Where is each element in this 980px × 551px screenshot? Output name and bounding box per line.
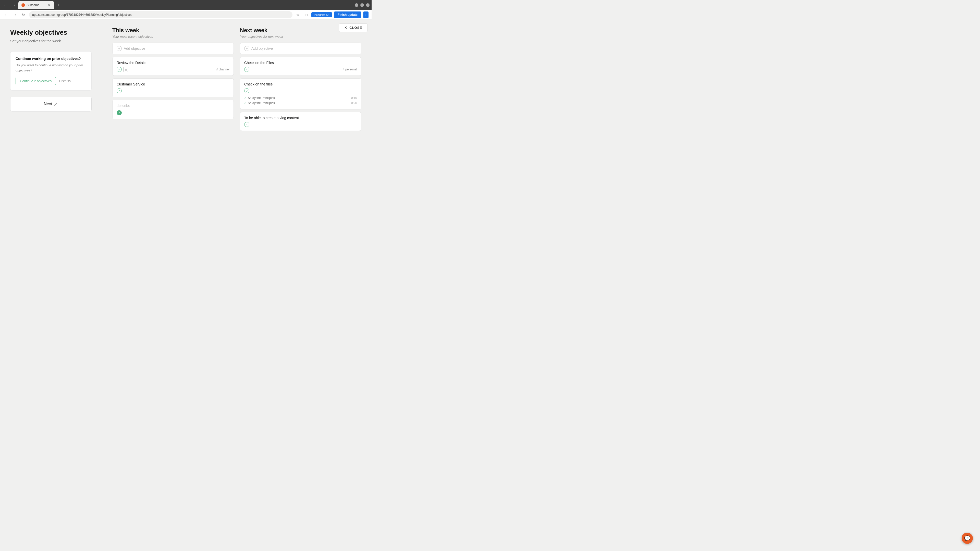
objective-check-files-subtasks: Check on the files ✓ ✓ Study the Princip… bbox=[240, 78, 361, 110]
sub-task-label: Study the Principles bbox=[248, 96, 275, 100]
channel-tag: # channel bbox=[216, 68, 229, 71]
browser-chrome: ← → Sunsama ✕ + ─ □ ✕ bbox=[0, 0, 372, 10]
objective-title: Review the Details bbox=[117, 61, 229, 65]
bookmark-btn[interactable]: ☆ bbox=[295, 12, 301, 18]
continue-objectives-btn[interactable]: Continue 2 objectives bbox=[16, 77, 56, 85]
objective-vlog: To be able to create a vlog content ✓ bbox=[240, 112, 361, 131]
page-title: Weekly objectives bbox=[10, 29, 92, 37]
objective-footer: ✓ bbox=[117, 88, 229, 94]
incognito-btn[interactable]: Incognito (2) bbox=[311, 12, 332, 17]
tab-close-btn[interactable]: ✕ bbox=[47, 3, 51, 7]
objective-footer: ✓ bbox=[244, 88, 357, 94]
dismiss-btn[interactable]: Dismiss bbox=[59, 79, 71, 83]
objective-title: To be able to create a vlog content bbox=[244, 116, 357, 120]
tab-favicon bbox=[21, 3, 25, 7]
objective-footer: ✓ bbox=[117, 110, 229, 115]
sub-task-label: Study the Principles bbox=[248, 101, 275, 105]
objective-describe: describe ✓ bbox=[112, 100, 234, 119]
personal-tag-text: personal bbox=[345, 68, 357, 71]
check-icon-filled[interactable]: ✓ bbox=[117, 110, 122, 115]
this-week-column: This week Your most recent objectives + … bbox=[112, 27, 234, 133]
sub-task-time: 0:20 bbox=[351, 101, 357, 105]
page-subtitle: Set your objectives for the week. bbox=[10, 39, 92, 43]
new-tab-btn[interactable]: + bbox=[55, 2, 62, 9]
obj-icons: ✓ bbox=[117, 88, 122, 94]
check-icon[interactable]: ✓ bbox=[244, 88, 249, 94]
objective-footer: ✓ bbox=[244, 122, 357, 127]
active-tab[interactable]: Sunsama ✕ bbox=[18, 1, 54, 9]
minimize-btn[interactable]: ─ bbox=[355, 3, 358, 7]
window-controls: ─ □ ✕ bbox=[355, 3, 369, 7]
right-panel: This week Your most recent objectives + … bbox=[102, 19, 372, 208]
sub-task-time: 0:10 bbox=[351, 96, 357, 100]
next-week-column: Next week Your objectives for next week … bbox=[240, 27, 361, 133]
maximize-btn[interactable]: □ bbox=[360, 3, 364, 7]
back-arrow[interactable]: ← bbox=[3, 12, 9, 18]
finish-update-btn[interactable]: Finish update bbox=[334, 11, 361, 18]
add-objective-label: Add objective bbox=[124, 46, 145, 51]
add-objective-label: Add objective bbox=[251, 46, 273, 51]
check-icon[interactable]: ✓ bbox=[244, 67, 249, 72]
url-bar[interactable]: app.sunsama.com/group/17031827644696380/… bbox=[29, 11, 293, 18]
card-title: Continue working on prior objectives? bbox=[16, 57, 86, 61]
this-week-subtitle: Your most recent objectives bbox=[112, 35, 234, 38]
cursor-icon: ↗ bbox=[54, 101, 58, 107]
left-panel: Weekly objectives Set your objectives fo… bbox=[0, 19, 102, 208]
address-bar: ← → ↻ app.sunsama.com/group/170318276446… bbox=[0, 10, 372, 19]
back-btn[interactable]: ← bbox=[2, 2, 9, 9]
window-close-btn[interactable]: ✕ bbox=[366, 3, 369, 7]
sub-task-2: ✓ Study the Principles 0:20 bbox=[244, 100, 357, 106]
close-x-icon: ✕ bbox=[344, 26, 347, 30]
columns-container: This week Your most recent objectives + … bbox=[112, 27, 361, 133]
next-week-add-objective-btn[interactable]: + Add objective bbox=[240, 43, 361, 54]
obj-icons: ✓ ▦ bbox=[117, 67, 128, 72]
sidebar-toggle-btn[interactable]: ⊡ bbox=[303, 12, 309, 18]
objective-review-details: Review the Details ✓ ▦ # channel bbox=[112, 57, 234, 76]
next-label: Next bbox=[44, 102, 52, 106]
forward-arrow[interactable]: → bbox=[12, 12, 18, 18]
objective-title: Customer Service bbox=[117, 82, 229, 86]
objective-footer: ✓ # personal bbox=[244, 67, 357, 72]
check-icon[interactable]: ✓ bbox=[244, 122, 249, 127]
sub-task-check-icon: ✓ bbox=[244, 97, 246, 100]
objective-describe-placeholder: describe bbox=[117, 103, 229, 108]
check-icon[interactable]: ✓ bbox=[117, 67, 122, 72]
check-icon[interactable]: ✓ bbox=[117, 88, 122, 94]
card-actions: Continue 2 objectives Dismiss bbox=[16, 77, 86, 85]
url-text: app.sunsama.com/group/17031827644696380/… bbox=[32, 13, 290, 17]
personal-tag: # personal bbox=[343, 68, 357, 71]
continue-objectives-card: Continue working on prior objectives? Do… bbox=[10, 51, 92, 91]
objective-customer-service: Customer Service ✓ bbox=[112, 78, 234, 97]
address-actions: ☆ ⊡ Incognito (2) Finish update › bbox=[295, 11, 369, 18]
close-overlay-btn[interactable]: ✕ CLOSE bbox=[339, 24, 368, 32]
sub-task-1: ✓ Study the Principles 0:10 bbox=[244, 95, 357, 100]
obj-icons: ✓ bbox=[244, 122, 249, 127]
objective-title: Check on the files bbox=[244, 82, 357, 86]
sub-task-check-icon: ✓ bbox=[244, 102, 246, 105]
next-week-subtitle: Your objectives for next week bbox=[240, 35, 361, 38]
close-label: CLOSE bbox=[349, 26, 362, 30]
objective-footer: ✓ ▦ # channel bbox=[117, 67, 229, 72]
app-content: ✕ CLOSE Weekly objectives Set your objec… bbox=[0, 19, 372, 208]
objective-check-files: Check on the Files ✓ # personal bbox=[240, 57, 361, 76]
reload-btn[interactable]: ↻ bbox=[21, 12, 27, 18]
this-week-title: This week bbox=[112, 27, 234, 34]
forward-btn[interactable]: → bbox=[10, 2, 18, 9]
objective-title: Check on the Files bbox=[244, 61, 357, 65]
sub-task-left: ✓ Study the Principles bbox=[244, 96, 275, 100]
hash-icon: # bbox=[216, 68, 218, 71]
card-desc: Do you want to continue working on your … bbox=[16, 63, 86, 73]
this-week-add-objective-btn[interactable]: + Add objective bbox=[112, 43, 234, 54]
add-icon: + bbox=[117, 46, 122, 51]
hash-icon: # bbox=[343, 68, 345, 71]
add-icon: + bbox=[244, 46, 249, 51]
tab-title: Sunsama bbox=[27, 3, 40, 7]
channel-tag-text: channel bbox=[219, 68, 229, 71]
finish-update-more-btn[interactable]: › bbox=[363, 11, 369, 18]
obj-icons: ✓ bbox=[244, 88, 249, 94]
obj-icons: ✓ bbox=[244, 67, 249, 72]
calendar-icon[interactable]: ▦ bbox=[123, 67, 128, 72]
next-btn[interactable]: Next ↗ bbox=[10, 97, 92, 111]
sub-task-left: ✓ Study the Principles bbox=[244, 101, 275, 105]
tab-bar: ← → Sunsama ✕ + bbox=[2, 1, 351, 9]
